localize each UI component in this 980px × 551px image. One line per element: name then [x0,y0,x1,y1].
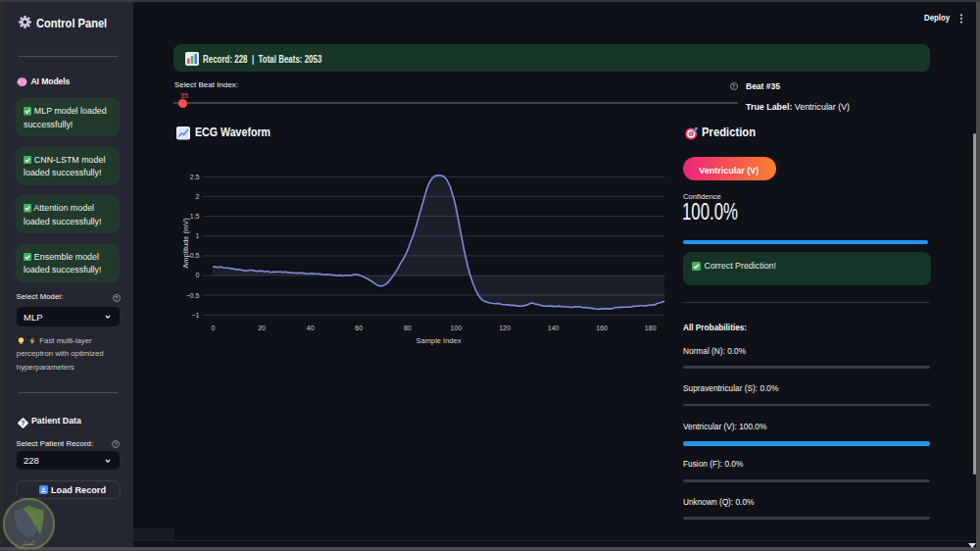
svg-text:180: 180 [645,325,657,331]
svg-text:−1: −1 [192,312,200,319]
svg-text:0: 0 [212,325,216,331]
svg-text:−0.5: −0.5 [186,292,200,299]
svg-text:Sample Index: Sample Index [416,336,462,345]
svg-text:Amplitude (mV): Amplitude (mV) [181,218,190,269]
svg-text:0: 0 [196,272,200,278]
svg-text:0.5: 0.5 [190,252,200,259]
svg-text:40: 40 [307,325,315,331]
svg-text:2.5: 2.5 [190,174,200,180]
svg-text:20: 20 [258,325,266,331]
svg-text:140: 140 [548,325,560,331]
svg-text:100: 100 [451,325,463,331]
svg-text:1.5: 1.5 [190,213,200,220]
svg-text:60: 60 [355,325,363,331]
svg-text:80: 80 [404,325,412,331]
svg-text:160: 160 [596,325,608,331]
svg-text:1: 1 [196,232,200,239]
svg-text:2: 2 [196,193,200,200]
svg-text:120: 120 [499,325,511,331]
